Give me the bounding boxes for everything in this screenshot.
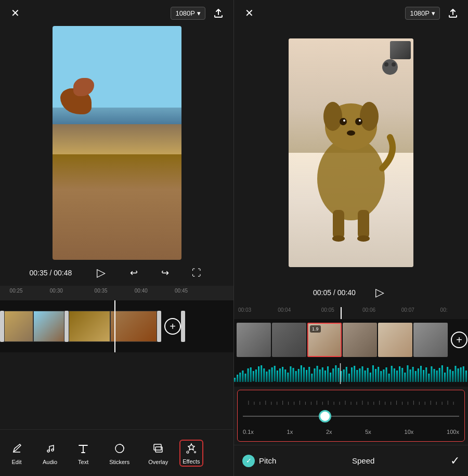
right-confirm-button[interactable]: ✓ xyxy=(450,454,460,468)
svg-rect-85 xyxy=(396,371,398,382)
left-track-clips: + xyxy=(0,308,185,345)
left-timeline-ruler: 00:25 00:30 00:35 00:40 00:45 xyxy=(0,286,233,300)
left-clip-1[interactable] xyxy=(4,311,33,342)
svg-rect-27 xyxy=(242,371,243,382)
svg-rect-78 xyxy=(378,367,379,382)
svg-rect-39 xyxy=(274,366,276,381)
svg-rect-17 xyxy=(333,210,344,239)
svg-rect-71 xyxy=(359,368,360,382)
speed-label-5x: 5x xyxy=(365,429,371,435)
toolbar-item-stickers[interactable]: Stickers xyxy=(100,437,139,469)
left-close-button[interactable]: ✕ xyxy=(7,5,23,21)
speed-ruler[interactable] xyxy=(243,406,459,427)
right-clips-strip: 1.9 + xyxy=(234,319,468,361)
left-redo-button[interactable]: ↪ xyxy=(158,265,173,281)
svg-rect-46 xyxy=(293,368,294,382)
clip-duration-badge: 1.9 xyxy=(310,325,321,333)
left-timeline-track[interactable]: + xyxy=(0,300,233,352)
left-clip-4[interactable] xyxy=(110,311,157,342)
speed-track[interactable] xyxy=(243,416,459,417)
thumbnail-corner xyxy=(390,41,411,59)
svg-rect-72 xyxy=(361,366,363,382)
svg-rect-18 xyxy=(358,210,369,239)
right-close-button[interactable]: ✕ xyxy=(241,5,257,21)
left-video-preview xyxy=(0,26,233,260)
toolbar-item-overlay[interactable]: Overlay xyxy=(139,437,177,469)
left-clip-2[interactable] xyxy=(33,311,64,342)
toolbar-item-text[interactable]: Text xyxy=(67,437,100,469)
svg-rect-91 xyxy=(412,367,414,382)
dog-clip-5[interactable] xyxy=(378,323,412,357)
audio-icon xyxy=(43,441,57,456)
svg-rect-52 xyxy=(308,367,310,382)
svg-rect-50 xyxy=(303,367,305,382)
audio-label: Audio xyxy=(43,459,57,465)
svg-rect-86 xyxy=(399,366,400,382)
svg-rect-56 xyxy=(319,369,321,382)
overlay-icon xyxy=(151,441,165,456)
right-controls-bar: 00:05 / 00:40 ▷ xyxy=(234,280,468,306)
left-clip-handle-end[interactable] xyxy=(157,311,161,342)
left-clip-handle-mid[interactable] xyxy=(64,311,69,342)
left-play-button[interactable]: ▷ xyxy=(92,263,111,282)
svg-point-15 xyxy=(359,120,361,122)
right-mark-6: 00: xyxy=(440,307,448,313)
svg-rect-40 xyxy=(277,371,278,382)
left-add-clip-button[interactable]: + xyxy=(164,318,181,335)
svg-rect-80 xyxy=(383,369,384,382)
svg-rect-43 xyxy=(284,369,286,382)
svg-rect-106 xyxy=(452,371,453,382)
svg-rect-53 xyxy=(311,374,313,382)
left-empty-area xyxy=(0,352,233,429)
toolbar-item-effects[interactable]: Effects xyxy=(179,440,203,467)
dog-clip-2[interactable] xyxy=(272,323,306,357)
left-quality-chevron: ▾ xyxy=(197,9,201,17)
svg-rect-49 xyxy=(301,365,302,382)
svg-rect-92 xyxy=(415,371,417,382)
dog-clip-4[interactable] xyxy=(343,323,377,357)
left-clip-handle-extra[interactable] xyxy=(181,311,185,342)
toolbar-item-audio[interactable]: Audio xyxy=(33,437,67,469)
speed-thumb[interactable] xyxy=(319,410,331,422)
svg-rect-70 xyxy=(356,370,358,382)
left-toolbar: Edit Audio Text xyxy=(0,429,233,476)
left-fullscreen-button[interactable]: ⛶ xyxy=(189,265,204,281)
effects-icon xyxy=(184,442,199,456)
svg-rect-26 xyxy=(239,373,241,382)
svg-point-20 xyxy=(357,235,370,242)
svg-rect-62 xyxy=(335,365,336,382)
svg-rect-101 xyxy=(439,368,440,382)
svg-rect-75 xyxy=(370,373,371,382)
right-speed-label: Speed xyxy=(352,456,374,465)
overlay-label: Overlay xyxy=(148,459,168,465)
right-mark-3: 00:05 xyxy=(321,307,334,313)
right-upload-button[interactable] xyxy=(445,5,461,21)
left-clip-3[interactable] xyxy=(69,311,110,342)
dog-clip-6[interactable] xyxy=(413,323,448,357)
left-undo-button[interactable]: ↩ xyxy=(126,265,142,281)
right-quality-selector[interactable]: 1080P ▾ xyxy=(405,7,440,20)
dog-clip-1[interactable] xyxy=(237,323,271,357)
pitch-control[interactable]: ✓ Pitch xyxy=(242,455,276,467)
dog-illustration xyxy=(299,54,403,252)
svg-rect-99 xyxy=(434,369,435,382)
left-upload-button[interactable] xyxy=(211,5,226,21)
svg-rect-29 xyxy=(248,368,249,382)
svg-rect-102 xyxy=(441,365,443,382)
svg-rect-32 xyxy=(255,369,257,382)
right-header-controls: 1080P ▾ xyxy=(405,5,461,21)
right-add-clip-button[interactable]: + xyxy=(451,332,467,348)
svg-rect-76 xyxy=(372,365,374,382)
speed-label-01x: 0.1x xyxy=(243,429,254,435)
right-ruler-marks: 00:03 00:04 00:05 00:06 00:07 00: xyxy=(237,307,465,318)
right-quality-chevron: ▾ xyxy=(432,9,435,17)
dog-clip-3-selected[interactable]: 1.9 xyxy=(307,323,342,357)
left-quality-selector[interactable]: 1080P ▾ xyxy=(171,7,205,20)
svg-rect-55 xyxy=(317,366,318,382)
right-mark-4: 00:06 xyxy=(362,307,375,313)
left-clip-handle-start[interactable] xyxy=(0,311,4,342)
right-play-button[interactable]: ▷ xyxy=(370,283,389,302)
svg-point-21 xyxy=(382,59,398,75)
svg-rect-100 xyxy=(436,371,438,382)
toolbar-item-edit[interactable]: Edit xyxy=(0,437,33,469)
